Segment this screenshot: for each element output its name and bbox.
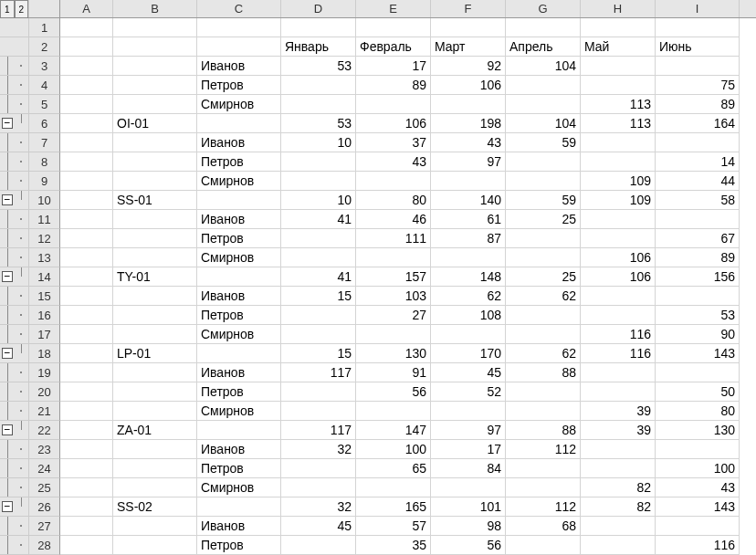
- cell-I12[interactable]: 67: [656, 229, 740, 248]
- cell-F22[interactable]: 97: [431, 421, 506, 440]
- cell-A10[interactable]: [60, 191, 113, 210]
- cell-A17[interactable]: [60, 325, 113, 344]
- row-number[interactable]: 1: [29, 18, 60, 37]
- cell-B19[interactable]: [113, 363, 197, 382]
- cell-D6[interactable]: 53: [281, 114, 356, 133]
- col-header-f[interactable]: F: [431, 0, 506, 17]
- cell-F18[interactable]: 170: [431, 344, 506, 363]
- cell-I20[interactable]: 50: [656, 382, 740, 402]
- col-header-g[interactable]: G: [506, 0, 581, 17]
- cell-G8[interactable]: [506, 152, 581, 172]
- cell-A25[interactable]: [60, 478, 113, 497]
- cell-E17[interactable]: [356, 325, 431, 344]
- cell-F21[interactable]: [431, 402, 506, 421]
- cell-G4[interactable]: [506, 76, 581, 95]
- cell-E2[interactable]: Февраль: [356, 37, 431, 57]
- cell-A2[interactable]: [60, 37, 113, 57]
- cell-A15[interactable]: [60, 287, 113, 306]
- row-number[interactable]: 23: [29, 440, 60, 459]
- row-number[interactable]: 8: [29, 152, 60, 172]
- cell-E14[interactable]: 157: [356, 267, 431, 287]
- cell-C20[interactable]: Петров: [197, 382, 281, 402]
- cell-B16[interactable]: [113, 306, 197, 325]
- cell-F5[interactable]: [431, 95, 506, 114]
- cell-D3[interactable]: 53: [281, 57, 356, 76]
- cell-H26[interactable]: 82: [581, 497, 656, 517]
- row-number[interactable]: 9: [29, 172, 60, 191]
- cell-G21[interactable]: [506, 402, 581, 421]
- cell-B23[interactable]: [113, 440, 197, 459]
- cell-H28[interactable]: [581, 536, 656, 555]
- cell-F1[interactable]: [431, 18, 506, 37]
- outline-collapse-icon[interactable]: −: [2, 118, 13, 129]
- cell-G25[interactable]: [506, 478, 581, 497]
- row-number[interactable]: 6: [29, 114, 60, 133]
- cell-E12[interactable]: 111: [356, 229, 431, 248]
- cell-C15[interactable]: Иванов: [197, 287, 281, 306]
- cell-F27[interactable]: 98: [431, 517, 506, 536]
- cell-A11[interactable]: [60, 210, 113, 229]
- cell-D1[interactable]: [281, 18, 356, 37]
- cell-B26[interactable]: SS-02: [113, 497, 197, 517]
- cell-E7[interactable]: 37: [356, 133, 431, 152]
- cell-H6[interactable]: 113: [581, 114, 656, 133]
- cell-F9[interactable]: [431, 172, 506, 191]
- cell-H9[interactable]: 109: [581, 172, 656, 191]
- cell-I1[interactable]: [656, 18, 740, 37]
- cell-I28[interactable]: 116: [656, 536, 740, 555]
- cell-A6[interactable]: [60, 114, 113, 133]
- outline-collapse-icon[interactable]: −: [2, 348, 13, 359]
- cell-C14[interactable]: [197, 267, 281, 287]
- cell-D14[interactable]: 41: [281, 267, 356, 287]
- cell-D15[interactable]: 15: [281, 287, 356, 306]
- cell-C4[interactable]: Петров: [197, 76, 281, 95]
- cell-I21[interactable]: 80: [656, 402, 740, 421]
- cell-F11[interactable]: 61: [431, 210, 506, 229]
- cell-B8[interactable]: [113, 152, 197, 172]
- cell-E15[interactable]: 103: [356, 287, 431, 306]
- cell-H13[interactable]: 106: [581, 248, 656, 267]
- cell-I17[interactable]: 90: [656, 325, 740, 344]
- cell-H22[interactable]: 39: [581, 421, 656, 440]
- row-number[interactable]: 3: [29, 57, 60, 76]
- cell-H7[interactable]: [581, 133, 656, 152]
- row-number[interactable]: 24: [29, 459, 60, 478]
- outline-collapse-icon[interactable]: −: [2, 424, 13, 435]
- cell-I27[interactable]: [656, 517, 740, 536]
- row-number[interactable]: 12: [29, 229, 60, 248]
- cell-A13[interactable]: [60, 248, 113, 267]
- cell-A3[interactable]: [60, 57, 113, 76]
- cell-A4[interactable]: [60, 76, 113, 95]
- row-number[interactable]: 28: [29, 536, 60, 555]
- cell-A21[interactable]: [60, 402, 113, 421]
- cell-F16[interactable]: 108: [431, 306, 506, 325]
- cell-F25[interactable]: [431, 478, 506, 497]
- cell-B4[interactable]: [113, 76, 197, 95]
- cell-C28[interactable]: Петров: [197, 536, 281, 555]
- cell-I6[interactable]: 164: [656, 114, 740, 133]
- cell-E18[interactable]: 130: [356, 344, 431, 363]
- col-header-e[interactable]: E: [356, 0, 431, 17]
- cell-F7[interactable]: 43: [431, 133, 506, 152]
- outline-level-2[interactable]: 2: [15, 0, 29, 18]
- cell-I5[interactable]: 89: [656, 95, 740, 114]
- cell-B12[interactable]: [113, 229, 197, 248]
- cell-H4[interactable]: [581, 76, 656, 95]
- col-header-i[interactable]: I: [656, 0, 740, 17]
- cell-I8[interactable]: 14: [656, 152, 740, 172]
- cell-C6[interactable]: [197, 114, 281, 133]
- cell-D23[interactable]: 32: [281, 440, 356, 459]
- cell-H16[interactable]: [581, 306, 656, 325]
- cell-E6[interactable]: 106: [356, 114, 431, 133]
- cell-G27[interactable]: 68: [506, 517, 581, 536]
- cell-H1[interactable]: [581, 18, 656, 37]
- cell-C2[interactable]: [197, 37, 281, 57]
- cell-A8[interactable]: [60, 152, 113, 172]
- cell-H14[interactable]: 106: [581, 267, 656, 287]
- cell-H27[interactable]: [581, 517, 656, 536]
- cell-I16[interactable]: 53: [656, 306, 740, 325]
- cell-C9[interactable]: Смирнов: [197, 172, 281, 191]
- cell-A26[interactable]: [60, 497, 113, 517]
- cell-H24[interactable]: [581, 459, 656, 478]
- cell-F14[interactable]: 148: [431, 267, 506, 287]
